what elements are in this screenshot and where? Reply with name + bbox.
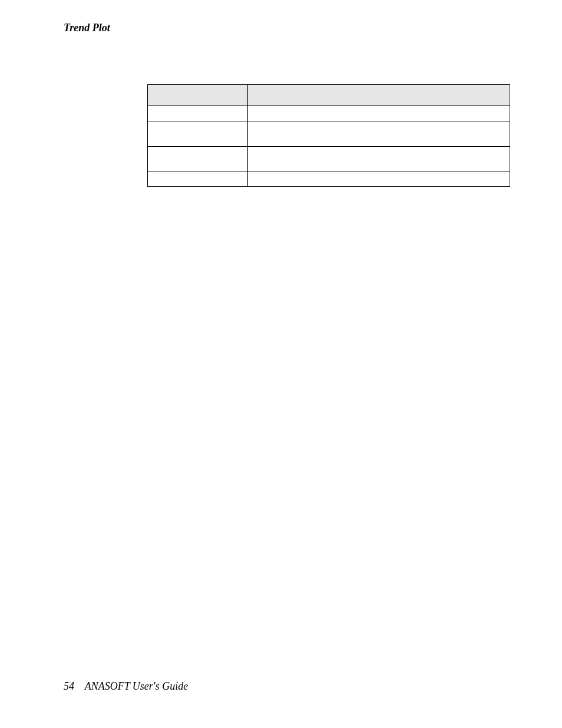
table-row bbox=[148, 121, 510, 147]
table-cell bbox=[248, 172, 510, 187]
table-cell bbox=[148, 147, 248, 172]
page-number: 54 bbox=[64, 680, 74, 692]
book-title: ANASOFT User's Guide bbox=[85, 680, 189, 692]
table-header-cell bbox=[248, 85, 510, 106]
table-row bbox=[148, 106, 510, 121]
table-cell bbox=[148, 172, 248, 187]
page-footer: 54 ANASOFT User's Guide bbox=[64, 680, 188, 693]
data-table bbox=[147, 84, 510, 187]
table-header-row bbox=[148, 85, 510, 106]
table-cell bbox=[248, 106, 510, 121]
section-title: Trend Plot bbox=[64, 22, 110, 34]
table-header-cell bbox=[148, 85, 248, 106]
table-row bbox=[148, 147, 510, 172]
table-cell bbox=[248, 147, 510, 172]
table-row bbox=[148, 172, 510, 187]
table-cell bbox=[148, 106, 248, 121]
table-cell bbox=[148, 121, 248, 147]
table-cell bbox=[248, 121, 510, 147]
